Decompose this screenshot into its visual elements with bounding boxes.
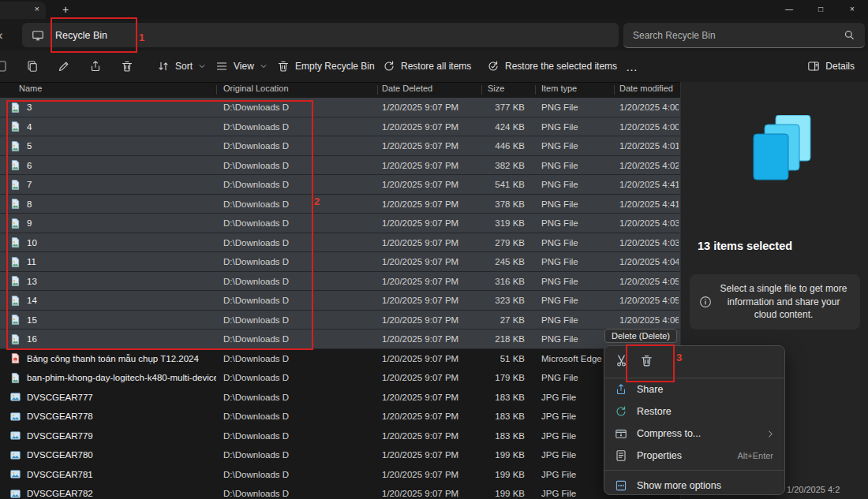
file-row[interactable]: 6 D:\Downloads D 1/20/2025 9:07 PM 382 K… [0, 156, 680, 176]
breadcrumb[interactable]: Recycle Bin [55, 30, 107, 41]
file-size: 316 KB [430, 272, 525, 292]
file-icon [9, 218, 21, 229]
menu-item-compress-to[interactable]: Compress to... [604, 423, 784, 445]
file-row[interactable]: 5 D:\Downloads D 1/20/2025 9:07 PM 446 K… [0, 136, 680, 156]
minimize-button[interactable]: — [773, 0, 805, 19]
file-icon [9, 295, 21, 307]
share-button[interactable] [84, 55, 107, 77]
file-item-type: JPG File [541, 426, 612, 446]
rename-button[interactable] [52, 55, 76, 77]
file-original-location: D:\Downloads D [223, 252, 372, 272]
file-icon [9, 236, 21, 248]
file-row[interactable]: 7 D:\Downloads D 1/20/2025 9:07 PM 541 K… [0, 175, 680, 195]
file-date-modified: 1/20/2025 4:00 [619, 98, 679, 117]
column-header-location[interactable]: Original Location [223, 84, 289, 93]
menu-item-label: Compress to... [637, 428, 766, 439]
column-header-date-deleted[interactable]: Date Deleted [382, 84, 432, 93]
maximize-button[interactable]: □ [805, 0, 836, 19]
menu-item-properties[interactable]: Properties Alt+Enter [604, 445, 784, 467]
empty-recycle-bin-button[interactable]: Empty Recycle Bin [271, 55, 380, 77]
file-icon [9, 391, 21, 403]
file-row[interactable]: 11 D:\Downloads D 1/20/2025 9:07 PM 245 … [0, 252, 680, 272]
file-name: 16 [27, 330, 216, 349]
file-row[interactable]: 4 D:\Downloads D 1/20/2025 9:07 PM 424 K… [0, 117, 680, 137]
file-row[interactable]: ban-phim-khong-day-logitech-k480-multi-d… [0, 368, 680, 388]
file-row[interactable]: Bảng công thanh toán mẫu chụp T12.2024 D… [0, 349, 680, 369]
menu-item-label: Show more options [637, 480, 784, 491]
file-size: 446 KB [430, 136, 525, 156]
file-item-type: PNG File [541, 272, 612, 292]
view-button[interactable]: View [210, 55, 273, 77]
file-size: 541 KB [430, 175, 525, 195]
cut-button[interactable] [0, 55, 14, 77]
file-row[interactable]: 3 D:\Downloads D 1/20/2025 9:07 PM 377 K… [0, 98, 680, 117]
back-icon[interactable]: ‹ [0, 25, 11, 46]
file-size: 183 KB [430, 426, 525, 446]
menu-item-shortcut: Alt+Enter [737, 451, 773, 460]
file-size: 27 KB [430, 311, 525, 330]
copy-button[interactable] [21, 55, 44, 77]
quick-actions-row [604, 346, 784, 378]
file-name: DVSCGEAR778 [27, 407, 216, 426]
file-row[interactable]: 13 D:\Downloads D 1/20/2025 9:07 PM 316 … [0, 272, 680, 292]
column-header-item-type[interactable]: Item type [541, 84, 577, 93]
column-header-name[interactable]: Name [19, 84, 42, 93]
file-original-location: D:\Downloads D [223, 426, 372, 446]
tab-close-icon[interactable]: × [35, 4, 39, 13]
recycle-bin-tab[interactable]: × [0, 2, 46, 19]
file-item-type: PNG File [541, 117, 612, 137]
sort-button[interactable]: Sort [152, 55, 211, 77]
close-button[interactable]: × [836, 0, 868, 19]
file-name: DVSCGEAR780 [27, 445, 216, 465]
file-date-modified: 1/20/2025 4:01 [619, 136, 679, 156]
file-row[interactable]: 16 D:\Downloads D 1/20/2025 9:07 PM 218 … [0, 330, 680, 349]
file-row[interactable]: DVSCGEAR782 D:\Downloads D 1/20/2025 9:0… [0, 484, 680, 499]
details-icon [807, 60, 820, 73]
file-icon [9, 140, 21, 152]
menu-item-restore[interactable]: Restore [604, 400, 784, 423]
file-row[interactable]: 9 D:\Downloads D 1/20/2025 9:07 PM 319 K… [0, 214, 680, 233]
file-date-modified: 1/20/2025 4:41 [619, 175, 679, 195]
menu-item-share[interactable]: Share [604, 378, 784, 400]
empty-recycle-bin-label: Empty Recycle Bin [295, 61, 375, 72]
menu-item-label: Properties [637, 450, 737, 461]
new-tab-button[interactable]: + [57, 1, 74, 18]
file-date-modified: 1/20/2025 4:05 [619, 272, 679, 292]
chevron-right-icon [766, 430, 775, 438]
file-row[interactable]: DVSCGEAR781 D:\Downloads D 1/20/2025 9:0… [0, 465, 680, 485]
file-original-location: D:\Downloads D [223, 465, 372, 485]
address-bar[interactable]: Recycle Bin [22, 23, 619, 47]
file-row[interactable]: DVSCGEAR779 D:\Downloads D 1/20/2025 9:0… [0, 426, 680, 446]
file-original-location: D:\Downloads D [223, 117, 372, 137]
restore-all-items-button[interactable]: Restore all items [377, 55, 477, 77]
file-row[interactable]: 15 D:\Downloads D 1/20/2025 9:07 PM 27 K… [0, 311, 680, 330]
file-row[interactable]: 8 D:\Downloads D 1/20/2025 9:07 PM 378 K… [0, 195, 680, 214]
quick-cut-button[interactable] [609, 350, 633, 374]
more-options-button[interactable]: … [620, 55, 644, 78]
details-pane-button[interactable]: Details [802, 55, 860, 77]
file-row[interactable]: DVSCGEAR777 D:\Downloads D 1/20/2025 9:0… [0, 388, 680, 408]
menu-item-show-more-options[interactable]: Show more options [604, 474, 784, 495]
file-item-type: PNG File [541, 156, 612, 176]
file-row[interactable]: 10 D:\Downloads D 1/20/2025 9:07 PM 279 … [0, 233, 680, 253]
file-item-type: PNG File [541, 233, 612, 253]
search-input[interactable] [623, 30, 844, 41]
file-icon [9, 468, 21, 480]
column-separator [216, 85, 217, 95]
file-row[interactable]: DVSCGEAR780 D:\Downloads D 1/20/2025 9:0… [0, 445, 680, 465]
search-icon[interactable] [844, 29, 855, 41]
delete-button[interactable] [115, 55, 139, 77]
restore-selected-items-label: Restore the selected items [505, 61, 617, 72]
file-name: DVSCGEAR777 [27, 388, 216, 408]
quick-delete-button[interactable] [634, 350, 658, 374]
restore-selected-items-button[interactable]: Restore the selected items [481, 55, 623, 77]
file-name: 7 [27, 175, 216, 195]
file-date-modified: 1/20/2025 4:03 [619, 233, 679, 253]
file-size: 199 KB [430, 445, 525, 465]
column-separator [377, 85, 378, 95]
file-row[interactable]: 14 D:\Downloads D 1/20/2025 9:07 PM 323 … [0, 291, 680, 311]
annotation-label-3: 3 [676, 352, 682, 363]
column-header-date-modified[interactable]: Date modified [619, 84, 673, 93]
file-row[interactable]: DVSCGEAR778 D:\Downloads D 1/20/2025 9:0… [0, 407, 680, 426]
column-header-size[interactable]: Size [488, 84, 504, 93]
